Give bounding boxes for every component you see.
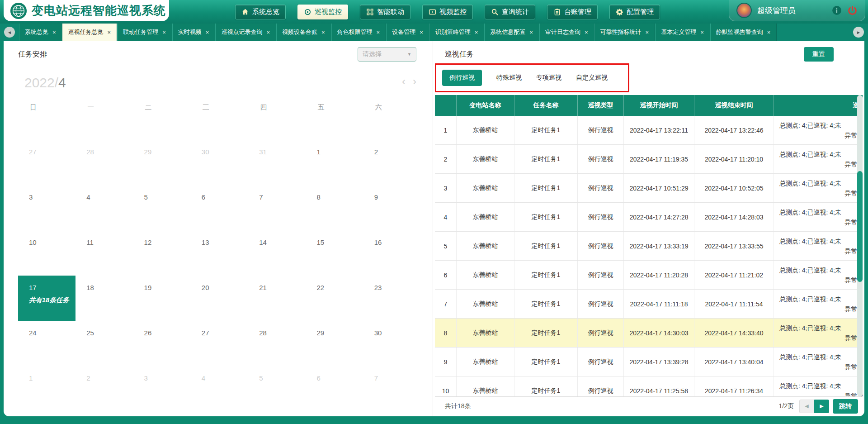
calendar-day[interactable]: 11 <box>75 230 133 276</box>
tab-close-icon[interactable]: × <box>767 29 771 36</box>
tab-close-icon[interactable]: × <box>162 29 166 36</box>
calendar-day[interactable]: 5 <box>248 366 306 411</box>
nav-button-home[interactable]: 系统总览 <box>235 5 286 19</box>
type-tab[interactable]: 例行巡视 <box>442 70 482 86</box>
next-page-button[interactable]: ▶ <box>814 400 829 413</box>
tab-close-icon[interactable]: × <box>321 29 325 36</box>
tab-close-icon[interactable]: × <box>266 29 270 36</box>
calendar-day[interactable]: 29 <box>133 140 191 185</box>
type-tab[interactable]: 自定义巡视 <box>576 74 608 82</box>
calendar-day[interactable]: 18 <box>75 276 133 321</box>
calendar-day[interactable]: 20 <box>191 276 248 321</box>
tab-close-icon[interactable]: × <box>52 29 56 36</box>
calendar-day[interactable]: 28 <box>75 140 133 185</box>
calendar-day[interactable]: 25 <box>75 321 133 366</box>
calendar-day[interactable]: 4 <box>191 366 248 411</box>
scrollbar-thumb[interactable] <box>857 171 863 282</box>
tab-close-icon[interactable]: × <box>585 29 588 36</box>
nav-button-gear[interactable]: 配置管理 <box>609 5 660 19</box>
calendar-day[interactable]: 30 <box>191 140 248 185</box>
table-row[interactable]: 7东善桥站定时任务1例行巡视2022-04-17 11:11:182022-04… <box>435 290 863 319</box>
calendar-day[interactable]: 28 <box>248 321 306 366</box>
calendar-day[interactable]: 2 <box>363 140 421 185</box>
calendar-day[interactable]: 24 <box>18 321 75 366</box>
tab-close-icon[interactable]: × <box>377 29 380 36</box>
tab-close-icon[interactable]: × <box>646 29 649 36</box>
calendar-day[interactable]: 10 <box>18 230 75 276</box>
table-row[interactable]: 6东善桥站定时任务1例行巡视2022-04-17 11:20:282022-04… <box>435 261 863 290</box>
tab-item[interactable]: 巡视任务总览× <box>62 24 118 41</box>
tab-close-icon[interactable]: × <box>700 29 704 36</box>
calendar-day[interactable]: 7 <box>363 366 421 411</box>
tab-item[interactable]: 系统信息配置× <box>484 24 539 41</box>
calendar-day[interactable]: 3 <box>18 185 75 230</box>
tab-close-icon[interactable]: × <box>420 29 423 36</box>
calendar-day[interactable]: 8 <box>306 185 363 230</box>
table-scrollbar[interactable] <box>857 95 863 396</box>
station-select[interactable]: 请选择 ▼ <box>358 47 416 62</box>
table-row[interactable]: 4东善桥站定时任务1例行巡视2022-04-17 14:27:282022-04… <box>435 203 863 232</box>
table-row[interactable]: 2东善桥站定时任务1例行巡视2022-04-17 11:19:352022-04… <box>435 145 863 174</box>
type-tab[interactable]: 专项巡视 <box>536 74 561 82</box>
calendar-day[interactable]: 19 <box>133 276 191 321</box>
tab-item[interactable]: 联动任务管理× <box>117 24 172 41</box>
calendar-day[interactable]: 13 <box>191 230 248 276</box>
table-row[interactable]: 9东善桥站定时任务1例行巡视2022-04-17 13:39:282022-04… <box>435 348 863 376</box>
calendar-day[interactable]: 30 <box>363 321 421 366</box>
tab-item[interactable]: 审计日志查询× <box>539 24 594 41</box>
nav-button-ledger[interactable]: 台账管理 <box>547 5 598 19</box>
table-row[interactable]: 10东善桥站定时任务1例行巡视2022-04-17 11:25:582022-0… <box>435 376 863 396</box>
calendar-day[interactable]: 27 <box>18 140 75 185</box>
table-row[interactable]: 5东善桥站定时任务1例行巡视2022-04-17 13:33:192022-04… <box>435 232 863 261</box>
calendar-day[interactable]: 7 <box>248 185 306 230</box>
calendar-day[interactable]: 29 <box>306 321 363 366</box>
calendar-day[interactable]: 22 <box>306 276 363 321</box>
calendar-day[interactable]: 1 <box>306 140 363 185</box>
tab-close-icon[interactable]: × <box>108 29 111 36</box>
table-row[interactable]: 1东善桥站定时任务1例行巡视2022-04-17 13:22:112022-04… <box>435 116 863 145</box>
calendar-day[interactable]: 26 <box>133 321 191 366</box>
nav-button-video[interactable]: 视频监控 <box>422 5 473 19</box>
nav-button-eye[interactable]: 巡视监控 <box>297 5 348 19</box>
calendar-day[interactable]: 23 <box>363 276 421 321</box>
table-row[interactable]: 8东善桥站定时任务1例行巡视2022-04-17 14:30:032022-04… <box>435 319 863 348</box>
tab-scroll-left-icon[interactable]: ◄ <box>4 27 15 38</box>
user-avatar[interactable] <box>736 3 752 18</box>
tab-item[interactable]: 识别策略管理× <box>429 24 485 41</box>
calendar-day[interactable]: 12 <box>133 230 191 276</box>
tab-close-icon[interactable]: × <box>475 29 478 36</box>
tab-item[interactable]: 静默监视告警查询× <box>710 24 777 41</box>
tab-close-icon[interactable]: × <box>206 29 209 36</box>
calendar-day[interactable]: 16 <box>363 230 421 276</box>
prev-page-button[interactable]: ◀ <box>799 400 814 413</box>
type-tab[interactable]: 特殊巡视 <box>496 74 522 82</box>
calendar-day[interactable]: 4 <box>75 185 133 230</box>
tab-item[interactable]: 可靠性指标统计× <box>594 24 656 41</box>
nav-button-smart-link[interactable]: 智能联动 <box>360 5 410 19</box>
calendar-day[interactable]: 5 <box>133 185 191 230</box>
calendar-day[interactable]: 15 <box>306 230 363 276</box>
tab-item[interactable]: 实时视频× <box>172 24 216 41</box>
nav-button-search[interactable]: 查询统计 <box>485 5 535 19</box>
calendar-day[interactable]: 2 <box>75 366 133 411</box>
jump-button[interactable]: 跳转 <box>833 399 858 414</box>
table-row[interactable]: 3东善桥站定时任务1例行巡视2022-04-17 10:51:292022-04… <box>435 174 863 203</box>
calendar-day[interactable]: 6 <box>306 366 363 411</box>
calendar-next-icon[interactable]: › <box>413 76 416 87</box>
calendar-day[interactable]: 9 <box>363 185 421 230</box>
tab-item[interactable]: 设备管理× <box>386 24 429 41</box>
tab-close-icon[interactable]: × <box>529 29 533 36</box>
calendar-day[interactable]: 14 <box>248 230 306 276</box>
reset-button[interactable]: 重置 <box>804 47 834 62</box>
calendar-day[interactable]: 27 <box>191 321 248 366</box>
tab-item[interactable]: 系统总览× <box>19 24 62 41</box>
calendar-day[interactable]: 6 <box>191 185 248 230</box>
tab-scroll-right-icon[interactable]: ► <box>853 27 864 38</box>
tab-item[interactable]: 基本定义管理× <box>655 24 710 41</box>
calendar-day[interactable]: 3 <box>133 366 191 411</box>
tab-item[interactable]: 视频设备台账× <box>276 24 331 41</box>
calendar-day[interactable]: 21 <box>248 276 306 321</box>
calendar-prev-icon[interactable]: ‹ <box>402 76 406 87</box>
logout-power-icon[interactable] <box>847 5 858 16</box>
info-icon[interactable] <box>832 5 842 15</box>
